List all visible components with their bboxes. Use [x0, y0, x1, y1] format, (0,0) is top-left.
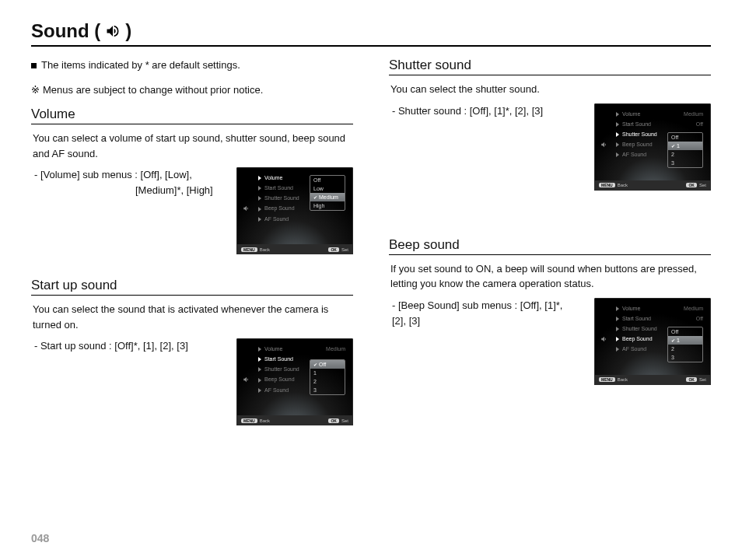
reference-mark-icon: ※ — [31, 84, 40, 96]
section-divider — [31, 124, 353, 124]
check-icon: ✔ — [313, 362, 317, 367]
startup-body: You can select the sound that is activat… — [33, 302, 353, 332]
shutter-screenshot: Volume Start Sound Shutter Sound Beep So… — [594, 103, 711, 191]
shutter-body: You can select the shutter sound. — [390, 82, 711, 97]
speaker-mini-icon — [243, 205, 250, 213]
square-bullet-icon — [31, 63, 37, 68]
speaker-mini-icon — [600, 141, 608, 149]
volume-screenshot: Volume Start Sound Shutter Sound Beep So… — [236, 167, 353, 254]
check-icon: ✔ — [313, 194, 317, 200]
page-title: Sound ( ) — [31, 20, 711, 42]
speaker-mini-icon — [600, 335, 608, 344]
startup-screenshot: Volume Start Sound Shutter Sound Beep So… — [236, 338, 353, 425]
beep-body: If you set sound to ON, a beep will soun… — [390, 261, 711, 292]
change-note: ※Menus are subject to change without pri… — [31, 82, 353, 98]
shutter-submenu: - Shutter sound : [Off], [1]*, [2], [3] — [389, 103, 579, 119]
speaker-icon — [105, 23, 121, 39]
check-icon: ✔ — [671, 143, 675, 149]
check-icon: ✔ — [671, 338, 675, 343]
default-note: The items indicated by * are default set… — [31, 58, 353, 73]
shutter-heading: Shutter sound — [389, 58, 711, 73]
section-divider — [389, 75, 711, 75]
volume-submenu: - [Volume] sub menus : [Off], [Low], [Me… — [31, 167, 221, 198]
title-suffix: ) — [125, 20, 131, 42]
title-divider — [31, 45, 711, 47]
beep-screenshot: Volume Start Sound Shutter Sound Beep So… — [594, 298, 711, 385]
volume-heading: Volume — [31, 107, 353, 122]
title-prefix: Sound ( — [31, 20, 100, 42]
beep-heading: Beep sound — [389, 237, 711, 253]
startup-heading: Start up sound — [31, 278, 353, 293]
volume-body: You can select a volume of start up soun… — [33, 131, 353, 161]
speaker-mini-icon — [243, 376, 250, 384]
section-divider — [389, 254, 711, 255]
startup-submenu: - Start up sound : [Off]*, [1], [2], [3] — [31, 338, 221, 354]
section-divider — [31, 295, 353, 296]
beep-submenu: - [Beep Sound] sub menus : [Off], [1]*, … — [389, 298, 579, 329]
page-number: 048 — [31, 532, 49, 544]
